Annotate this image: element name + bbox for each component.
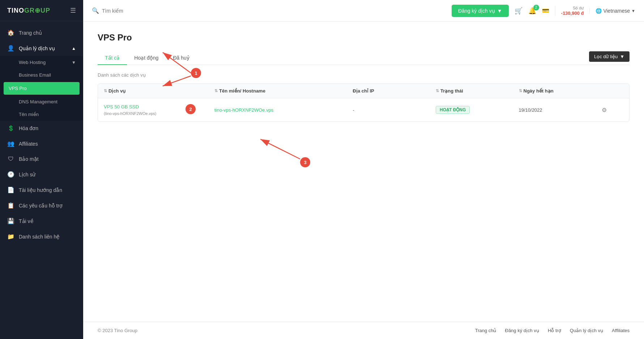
- sidebar-nav: 🏠 Trang chủ 👤 Quản lý dịch vụ ▲ Web Host…: [0, 21, 83, 339]
- tab-cancelled[interactable]: Đã huỷ: [166, 51, 196, 65]
- tabs-left: Tất cả Hoạt động Đã huỷ: [98, 51, 197, 65]
- settings-icon[interactable]: ⚙: [602, 107, 607, 113]
- footer-link-home[interactable]: Trang chủ: [475, 328, 496, 333]
- sidebar-item-service-mgmt[interactable]: 👤 Quản lý dịch vụ ▲: [0, 40, 83, 56]
- sub-nav-service: Web Hosting ▼ Business Email VPS Pro DNS…: [0, 56, 83, 121]
- page-wrapper: 1 2 3 🔍 Đăng ký dịch vụ ▼ 🛒 🔔 2 💳 Số dư: [83, 0, 644, 339]
- cart-icon[interactable]: 🛒: [515, 7, 523, 15]
- notification-badge: 2: [533, 5, 539, 10]
- search-box: 🔍: [92, 7, 446, 14]
- page-content: VPS Pro Tất cả Hoạt động Đã huỷ Lọc dữ l…: [83, 22, 644, 322]
- chevron-down-icon: ▼: [497, 8, 502, 14]
- header-actions: Đăng ký dịch vụ ▼ 🛒 🔔 2 💳 Số dư -130,900…: [452, 5, 635, 17]
- copyright-text: © 2023 Tino Group: [98, 328, 137, 333]
- sidebar-item-label: Tải về: [19, 218, 34, 224]
- sidebar-item-lich-su[interactable]: 🕐 Lịch sử: [0, 167, 83, 182]
- sidebar-item-dns-management[interactable]: DNS Management: [0, 95, 83, 108]
- header-action: [602, 88, 623, 94]
- sidebar-item-label: Các yêu cầu hỗ trợ: [19, 203, 63, 209]
- balance-label: Số dư: [561, 6, 584, 10]
- service-cell: VPS 50 GB SSD (tino-vps-hORXNF2WOe.vps): [104, 103, 214, 116]
- hostname-cell: tino-vps-hORXNF2WOe.vps: [214, 107, 353, 113]
- filter-data-button[interactable]: Lọc dữ liệu ▼: [589, 51, 630, 62]
- sidebar-item-web-hosting[interactable]: Web Hosting ▼: [0, 56, 83, 69]
- balance-box: Số dư -130,900 đ: [555, 6, 584, 16]
- sidebar-item-danh-sach[interactable]: 📁 Danh sách liên hệ: [0, 229, 83, 244]
- sidebar-item-label: Bảo mật: [19, 156, 39, 162]
- sidebar-item-home[interactable]: 🏠 Trang chủ: [0, 25, 83, 40]
- sidebar-item-ten-mien[interactable]: Tên miền: [0, 108, 83, 121]
- affiliates-icon: 👥: [7, 140, 14, 147]
- sort-icon: ⇅: [104, 89, 107, 93]
- register-service-button[interactable]: Đăng ký dịch vụ ▼: [452, 5, 509, 17]
- sidebar-item-label: Trang chủ: [19, 30, 42, 36]
- billing-icon[interactable]: 💳: [542, 7, 549, 14]
- balance-info: Số dư -130,900 đ: [561, 6, 584, 16]
- sidebar-item-affiliates[interactable]: 👥 Affiliates: [0, 136, 83, 151]
- sidebar-item-label: Hóa đơn: [19, 125, 38, 131]
- tab-all[interactable]: Tất cả: [98, 51, 127, 65]
- chevron-up-icon: ▲: [72, 46, 76, 51]
- register-btn-label: Đăng ký dịch vụ: [458, 8, 495, 14]
- header-ip: Địa chỉ IP: [353, 88, 436, 94]
- sidebar-item-yeu-cau[interactable]: 📋 Các yêu cầu hỗ trợ: [0, 198, 83, 213]
- sidebar-item-business-email[interactable]: Business Email: [0, 69, 83, 81]
- table-header: ⇅ Dịch vụ ⇅ Tên miền/ Hostname Địa chỉ I…: [98, 84, 629, 98]
- shield-icon: 🛡: [7, 156, 14, 162]
- footer-links: Trang chủ Đăng ký dịch vụ Hỗ trợ Quản lý…: [475, 328, 630, 333]
- search-input[interactable]: [102, 8, 446, 14]
- header-status: ⇅ Trạng thái: [436, 88, 519, 94]
- sidebar-logo: TINOGR⊕UP ☰: [0, 0, 83, 21]
- filter-btn-label: Lọc dữ liệu: [594, 54, 618, 59]
- header-service: ⇅ Dịch vụ: [104, 88, 214, 94]
- sidebar-item-label: Business Email: [19, 72, 51, 78]
- footer-link-manage[interactable]: Quản lý dịch vụ: [570, 328, 603, 333]
- sidebar-item-hoa-don[interactable]: 💲 Hóa đơn: [0, 121, 83, 136]
- service-name-link[interactable]: VPS 50 GB SSD: [104, 104, 139, 110]
- chevron-down-icon: ▼: [631, 9, 635, 13]
- service-sub-label: (tino-vps-hORXNF2WOe.vps): [104, 111, 156, 116]
- header-hostname: ⇅ Tên miền/ Hostname: [214, 88, 353, 94]
- sidebar-item-label: Lịch sử: [19, 172, 35, 177]
- document-icon: 📄: [7, 186, 14, 193]
- sort-icon: ⇅: [214, 89, 218, 93]
- balance-amount: -130,900 đ: [561, 10, 584, 16]
- service-list-label: Danh sách các dịch vụ: [98, 72, 630, 78]
- sidebar-item-label: Quản lý dịch vụ: [19, 46, 55, 51]
- sidebar-item-tai-lieu[interactable]: 📄 Tài liệu hướng dẫn: [0, 182, 83, 198]
- status-badge: HOẠT ĐỘNG: [436, 106, 470, 114]
- tab-active[interactable]: Hoạt động: [127, 51, 166, 65]
- language-label: Vietnamese: [603, 8, 630, 14]
- logo-text: TINOGR⊕UP: [7, 7, 50, 14]
- sidebar-item-vps-pro[interactable]: VPS Pro: [4, 82, 80, 95]
- sort-icon: ⇅: [519, 89, 522, 93]
- footer: © 2023 Tino Group Trang chủ Đăng ký dịch…: [83, 322, 644, 339]
- sidebar-item-label: VPS Pro: [9, 86, 27, 91]
- header-expiry: ⇅ Ngày hết hạn: [519, 88, 602, 94]
- tabs: Tất cả Hoạt động Đã huỷ Lọc dữ liệu ▼: [98, 51, 630, 65]
- service-mgmt-icon: 👤: [7, 45, 14, 52]
- action-cell: ⚙: [602, 107, 623, 113]
- notification-icon[interactable]: 🔔 2: [528, 7, 536, 15]
- globe-icon: 🌐: [596, 8, 602, 14]
- contacts-icon: 📁: [7, 233, 14, 240]
- page-title: VPS Pro: [98, 33, 630, 43]
- header: 🔍 Đăng ký dịch vụ ▼ 🛒 🔔 2 💳 Số dư -130,9…: [83, 0, 644, 22]
- sidebar-item-bao-mat[interactable]: 🛡 Bảo mật: [0, 151, 83, 167]
- sidebar-item-tai-ve[interactable]: 💾 Tải về: [0, 213, 83, 229]
- invoice-icon: 💲: [7, 125, 14, 132]
- chevron-down-icon: ▼: [620, 54, 624, 59]
- hostname-link[interactable]: tino-vps-hORXNF2WOe.vps: [214, 107, 273, 113]
- sidebar-item-label: Web Hosting: [19, 60, 46, 65]
- status-cell: HOẠT ĐỘNG: [436, 106, 519, 114]
- sort-icon: ⇅: [436, 89, 439, 93]
- footer-link-affiliates[interactable]: Affiliates: [612, 328, 630, 333]
- footer-link-register[interactable]: Đăng ký dịch vụ: [505, 328, 539, 333]
- hamburger-icon[interactable]: ☰: [70, 7, 76, 14]
- sidebar: TINOGR⊕UP ☰ 🏠 Trang chủ 👤 Quản lý dịch v…: [0, 0, 83, 339]
- chevron-down-icon: ▼: [72, 60, 76, 65]
- footer-link-support[interactable]: Hỗ trợ: [548, 328, 561, 333]
- language-selector[interactable]: 🌐 Vietnamese ▼: [589, 8, 635, 14]
- sidebar-item-label: DNS Management: [19, 99, 57, 104]
- search-icon: 🔍: [92, 7, 99, 14]
